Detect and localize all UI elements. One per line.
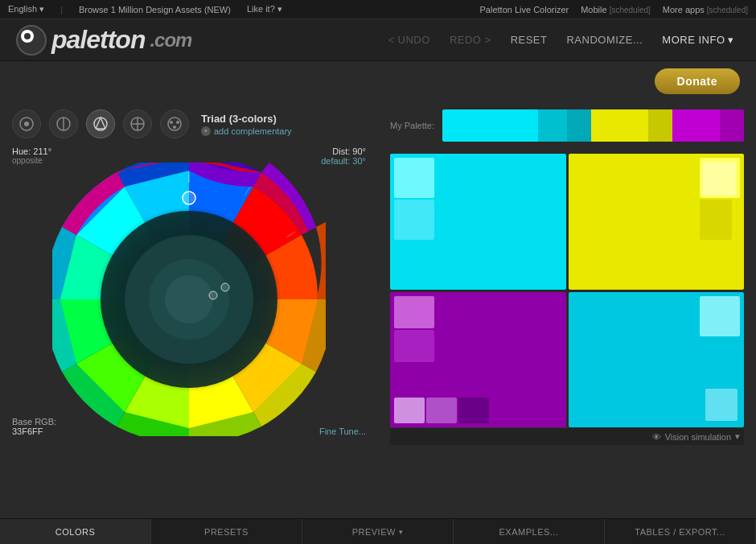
browse-link[interactable]: Browse 1 Million Design Assets (NEW) — [79, 5, 231, 14]
mini-swatch-purple-3 — [394, 398, 425, 423]
mini-swatch-cyan-1 — [394, 158, 434, 198]
my-palette-label: My Palette: — [390, 121, 434, 130]
default-dist-link[interactable]: default: 30° — [321, 156, 366, 166]
undo-button[interactable]: < UNDO — [381, 31, 436, 49]
mini-swatch-yellow-2 — [700, 200, 732, 240]
donate-button[interactable]: Donate — [655, 68, 740, 94]
mobile-link[interactable]: Mobile [scheduled] — [581, 5, 651, 14]
like-it-dropdown[interactable]: Like it? ▾ — [247, 4, 282, 14]
hue-value: Hue: 211° — [12, 146, 51, 156]
svg-point-1 — [24, 122, 29, 126]
more-info-button[interactable]: MORE INFO ▾ — [655, 31, 740, 49]
palette-swatch-6 — [672, 109, 721, 142]
tab-examples[interactable]: EXAMPLES... — [454, 519, 605, 544]
opposite-label: opposite — [12, 156, 51, 165]
vision-sim-label[interactable]: Vision simulation — [665, 432, 731, 442]
color-grid — [390, 154, 744, 427]
palette-swatch-2 — [538, 109, 567, 142]
base-rgb: Base RGB: 33F6FF — [12, 417, 56, 436]
logo-com: .com — [150, 29, 191, 52]
eye-icon: 👁 — [652, 432, 661, 442]
grid-cell-purple — [390, 292, 566, 428]
palette-swatch-3 — [567, 109, 591, 142]
fine-tune-link[interactable]: Fine Tune... — [319, 427, 366, 436]
handle-main[interactable] — [183, 192, 195, 204]
nav-buttons: < UNDO REDO > RESET RANDOMIZE... MORE IN… — [381, 31, 740, 49]
bottom-bar: COLORS PRESETS PREVIEW ▾ EXAMPLES... TAB… — [0, 518, 756, 544]
logo[interactable]: paletton.com — [16, 25, 191, 56]
logo-text: paletton — [51, 25, 145, 55]
logo-icon — [16, 25, 47, 56]
palette-swatch-4 — [591, 109, 648, 142]
tab-colors[interactable]: COLORS — [0, 519, 151, 544]
svg-point-14 — [173, 126, 176, 129]
hue-info: Hue: 211° opposite — [12, 146, 51, 165]
tab-tables[interactable]: TABLES / EXPORT... — [605, 519, 756, 544]
palette-preview — [442, 109, 744, 142]
palette-swatch-7 — [720, 109, 744, 142]
mini-swatch-cyan2-2 — [705, 389, 738, 421]
dist-info: Dist: 90° default: 30° — [321, 146, 366, 166]
svg-point-13 — [176, 121, 179, 124]
top-bar: English ▾ | Browse 1 Million Design Asse… — [0, 0, 756, 19]
grid-cell-cyan2 — [569, 292, 745, 428]
redo-button[interactable]: REDO > — [443, 31, 498, 49]
randomize-button[interactable]: RANDOMIZE... — [560, 31, 649, 49]
handle-secondary-1[interactable] — [209, 291, 217, 299]
mini-swatch-purple-1 — [394, 296, 434, 328]
mini-swatch-cyan2-1 — [700, 296, 740, 336]
mini-swatch-yellow-bright — [702, 162, 736, 196]
language-label: English — [8, 4, 37, 14]
more-apps-link[interactable]: More apps [scheduled] — [663, 5, 748, 14]
wheel-container: Hue: 211° opposite Dist: 90° default: 30… — [12, 146, 366, 452]
left-panel: Triad (3-colors) + add complementary Hue… — [0, 101, 378, 518]
add-complementary-button[interactable]: + add complementary — [201, 126, 292, 136]
free-mode-icon[interactable] — [160, 109, 189, 138]
rgb-value: 33F6FF — [12, 427, 56, 436]
grid-cell-cyan — [390, 154, 566, 290]
mini-swatch-purple-2 — [394, 330, 434, 362]
mode-title: Triad (3-colors) — [201, 113, 292, 125]
mini-swatch-purple-4 — [426, 398, 457, 423]
triad-mode-icon[interactable] — [86, 109, 115, 138]
reset-button[interactable]: RESET — [504, 31, 554, 49]
right-panel: My Palette: — [378, 101, 756, 518]
header: paletton.com < UNDO REDO > RESET RANDOMI… — [0, 19, 756, 61]
grid-cell-yellow — [569, 154, 745, 290]
tab-presets[interactable]: PRESETS — [151, 519, 302, 544]
palette-swatch-1 — [442, 109, 538, 142]
vision-sim-chevron[interactable]: ▾ — [735, 431, 740, 442]
my-palette-row: My Palette: — [390, 109, 744, 142]
tab-preview[interactable]: PREVIEW ▾ — [302, 519, 454, 544]
mode-label: Triad (3-colors) + add complementary — [201, 113, 292, 136]
dist-value: Dist: 90° — [321, 146, 366, 156]
vision-simulation-bar: 👁 Vision simulation ▾ — [390, 427, 744, 445]
main-content: Triad (3-colors) + add complementary Hue… — [0, 101, 756, 518]
color-wheel[interactable] — [52, 163, 326, 436]
tetrad-mode-icon[interactable] — [123, 109, 152, 138]
mini-swatch-cyan-2 — [394, 200, 434, 240]
live-colorizer-link[interactable]: Paletton Live Colorizer — [480, 5, 569, 14]
palette-swatch-5 — [648, 109, 672, 142]
mode-selector: Triad (3-colors) + add complementary — [12, 109, 366, 138]
handle-secondary-2[interactable] — [221, 283, 229, 291]
language-selector[interactable]: English ▾ — [8, 4, 44, 14]
svg-point-19 — [165, 275, 213, 324]
donate-area: Donate — [0, 61, 756, 101]
mono-mode-icon[interactable] — [12, 109, 41, 138]
mini-swatch-purple-5 — [458, 398, 489, 423]
adjacent-mode-icon[interactable] — [49, 109, 78, 138]
svg-point-12 — [170, 121, 173, 124]
